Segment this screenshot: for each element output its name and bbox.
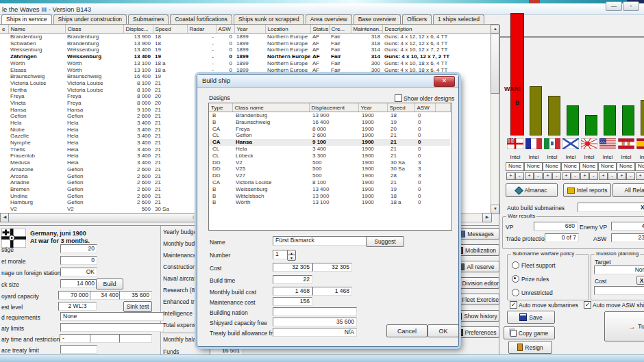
- column-header[interactable]: Class: [65, 25, 123, 34]
- column-header[interactable]: Year: [358, 103, 387, 112]
- fleet-exercise-button[interactable]: Fleet Exercise: [453, 294, 499, 305]
- radio-prize-rules[interactable]: [512, 275, 519, 283]
- ship-name-input[interactable]: Fürst Bismarck: [273, 236, 368, 246]
- radio-unrestricted[interactable]: [512, 289, 519, 296]
- intel-minus-button[interactable]: -: [515, 172, 524, 180]
- spinner-down-button[interactable]: ▼: [287, 255, 296, 261]
- design-row[interactable]: CAFreya8 0001900200: [209, 126, 450, 133]
- intel-plus-button[interactable]: +: [506, 172, 515, 180]
- build-dock-button[interactable]: Build: [96, 279, 123, 289]
- tab-ships-sunk-or-scrapped[interactable]: Ships sunk or scrapped: [234, 14, 304, 24]
- intel-level-select[interactable]: None: [543, 162, 561, 171]
- design-row[interactable]: DDV275001900283: [209, 172, 450, 179]
- radio-fleet-support[interactable]: [512, 261, 519, 269]
- design-row[interactable]: BWittelsbach13 9001900180: [209, 193, 450, 200]
- column-header[interactable]: ASW: [414, 103, 435, 112]
- design-row[interactable]: BBrandenburg13 9001900180: [209, 112, 450, 119]
- messages-button[interactable]: Messages: [453, 228, 499, 240]
- column-header[interactable]: Type: [209, 103, 232, 112]
- design-row[interactable]: BWörth13 100190018 a0: [209, 199, 450, 206]
- flag-russia-icon[interactable]: [562, 138, 579, 152]
- design-row[interactable]: CAVictoria Louise8 1001900210: [209, 179, 450, 186]
- ship-row[interactable]: WörthWörth13 10018 a-01899Northern Europ…: [0, 60, 491, 67]
- flag-france-icon[interactable]: [525, 138, 542, 152]
- tab-ships-in-service[interactable]: Ships in service: [1, 14, 52, 24]
- intel-plus-button[interactable]: +: [599, 172, 608, 180]
- intel-plus-button[interactable]: +: [562, 172, 571, 180]
- tab-1-ships-selected[interactable]: 1 ships selected: [433, 14, 484, 24]
- turn-button[interactable]: → Turn: [604, 311, 644, 341]
- dialog-close-button[interactable]: ✕: [434, 76, 455, 87]
- column-header[interactable]: Status: [310, 25, 329, 34]
- intel-level-select[interactable]: None: [580, 162, 598, 171]
- intel-level-select[interactable]: None: [506, 162, 524, 171]
- column-header[interactable]: ASW: [216, 25, 234, 34]
- intel-plus-button[interactable]: +: [525, 172, 534, 180]
- ship-row[interactable]: SchwabenBrandenburg13 90018-01899Norther…: [0, 40, 491, 47]
- design-row[interactable]: CLLübeck3 3001900210: [209, 153, 450, 159]
- intel-minus-button[interactable]: -: [552, 172, 561, 180]
- tab-submarines[interactable]: Submarines: [128, 14, 169, 24]
- preferences-button[interactable]: Preferences: [453, 326, 499, 338]
- column-header[interactable]: Year: [234, 25, 265, 34]
- auto-move-submarines-checkbox[interactable]: ✓: [510, 301, 517, 309]
- design-row[interactable]: CAHansa9 1001900210: [209, 139, 450, 146]
- column-header[interactable]: Class name: [232, 103, 309, 112]
- column-header[interactable]: e: [0, 25, 8, 34]
- show-older-designs-checkbox[interactable]: [395, 94, 402, 102]
- column-header[interactable]: Displac...: [123, 25, 153, 34]
- intel-minus-button[interactable]: -: [608, 172, 617, 180]
- intel-level-select[interactable]: None: [524, 162, 543, 171]
- flag-austria-icon[interactable]: [618, 138, 634, 152]
- suggest-button[interactable]: Suggest: [366, 236, 404, 247]
- all-relations-button[interactable]: All Relations: [612, 183, 644, 197]
- intel-minus-button[interactable]: -: [626, 172, 635, 180]
- tab-officers[interactable]: Officers: [402, 14, 432, 24]
- intel-minus-button[interactable]: -: [534, 172, 543, 180]
- intel-level-select[interactable]: None: [561, 162, 580, 171]
- maximize-button[interactable]: ▫: [623, 1, 639, 11]
- cancel-button[interactable]: Cancel: [386, 324, 428, 337]
- tab-coastal-fortifications[interactable]: Coastal fortifications: [170, 14, 232, 24]
- column-header[interactable]: Radar: [187, 25, 216, 34]
- ok-button[interactable]: OK: [428, 324, 459, 337]
- intel-minus-button[interactable]: -: [571, 172, 580, 180]
- show-history-button[interactable]: Show history: [453, 310, 499, 322]
- design-row[interactable]: BBraunschweig16 4001900190: [209, 119, 450, 126]
- column-header[interactable]: [435, 103, 450, 112]
- auto-build-clear-button[interactable]: X: [641, 204, 644, 211]
- tab-ships-under-construction[interactable]: Ships under construction: [53, 14, 127, 24]
- intel-plus-button[interactable]: +: [580, 172, 589, 180]
- minimize-button[interactable]: —: [606, 1, 622, 11]
- intel-reports-button[interactable]: Intel reports: [563, 183, 611, 197]
- mobilization-button[interactable]: Mobilization: [453, 244, 499, 256]
- tab-base-overview[interactable]: Base overview: [354, 14, 401, 24]
- design-row[interactable]: BWeissenburg13 4001900190: [209, 186, 450, 193]
- design-row[interactable]: CLGefion2 6001900210: [209, 132, 450, 139]
- design-row[interactable]: DDV2500190030 Sa3: [209, 159, 450, 166]
- column-header[interactable]: Displacement: [309, 103, 358, 112]
- ship-row[interactable]: ZähringenWeissenburg13 40019-01899Northe…: [0, 53, 491, 60]
- auto-build-submarines-field[interactable]: [578, 203, 644, 212]
- resign-button[interactable]: Resign: [508, 341, 552, 354]
- copy-game-button[interactable]: Copy game: [504, 326, 555, 339]
- intel-minus-button[interactable]: -: [589, 172, 598, 180]
- dialog-titlebar[interactable]: Build ship: [197, 75, 458, 88]
- sink-test-button[interactable]: Sink test: [123, 301, 152, 312]
- auto-move-asw-checkbox[interactable]: ✓: [584, 301, 591, 309]
- flag-spain-icon[interactable]: [636, 138, 644, 152]
- division-editor-button[interactable]: Division editor: [453, 277, 499, 289]
- all-reserve-button[interactable]: All reserve: [453, 261, 499, 272]
- flag-uk-icon[interactable]: [507, 138, 523, 152]
- ship-row[interactable]: ElsassWörth13 10018 a-01899Northern Euro…: [0, 66, 491, 73]
- flag-italy-icon[interactable]: [544, 138, 560, 152]
- intel-level-select[interactable]: None: [598, 162, 617, 171]
- intel-plus-button[interactable]: +: [543, 172, 552, 180]
- column-header[interactable]: Speed: [153, 25, 187, 34]
- column-header[interactable]: Description: [382, 25, 491, 34]
- intel-plus-button[interactable]: +: [617, 172, 626, 180]
- scroll-right-button[interactable]: ▶: [482, 213, 492, 222]
- column-header[interactable]: Cre...: [329, 25, 351, 34]
- flag-japan-icon[interactable]: [581, 138, 597, 152]
- design-row[interactable]: CLHela3 4001900210: [209, 146, 450, 153]
